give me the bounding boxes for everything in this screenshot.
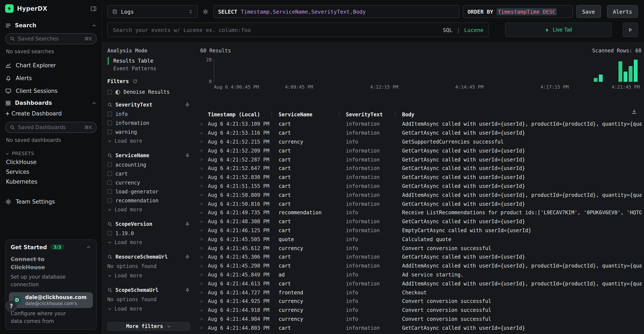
column-separator[interactable]: ⋮ — [393, 112, 398, 118]
create-dashboard-button[interactable]: + Create Dashboard — [5, 108, 97, 119]
checkbox[interactable] — [107, 90, 112, 94]
live-tail-button[interactable]: Live Tail — [505, 22, 612, 37]
orderby-editor[interactable]: ORDER BY TimestampTime DESC — [463, 5, 573, 18]
brand[interactable]: HyperDX — [5, 4, 47, 13]
table-row[interactable]: >Aug 6 4:21:48.308 PMcartinformationGetC… — [200, 217, 642, 226]
table-row[interactable]: >Aug 6 4:21:44.925 PMcurrencyinfoConvert… — [200, 297, 642, 306]
row-expand-icon[interactable]: > — [200, 122, 208, 127]
row-expand-icon[interactable]: > — [200, 272, 208, 278]
filter-option[interactable]: info — [107, 110, 190, 119]
table-row[interactable]: >Aug 6 4:21:45.612 PMcurrencyinfoConvert… — [200, 244, 642, 253]
event-search-box[interactable]: SQL | Lucene — [107, 22, 489, 37]
pin-icon[interactable] — [185, 254, 190, 260]
run-query-button[interactable] — [623, 22, 638, 37]
row-expand-icon[interactable]: > — [200, 139, 208, 145]
help-button[interactable]: ? — [6, 300, 17, 312]
language-lucene-toggle[interactable]: Lucene — [464, 27, 484, 33]
row-expand-icon[interactable]: > — [200, 157, 208, 162]
table-row[interactable]: >Aug 6 4:21:44.727 PMfrontendinfoCheckou… — [200, 288, 642, 297]
checkbox[interactable] — [107, 112, 112, 116]
chevron-up-icon[interactable] — [92, 100, 97, 106]
row-expand-icon[interactable]: > — [200, 263, 208, 268]
histogram-bar[interactable] — [624, 72, 628, 82]
more-filters-button[interactable]: More filters — [107, 322, 190, 331]
mode-event-patterns[interactable]: Event Patterns — [108, 65, 190, 72]
checkbox[interactable] — [107, 162, 112, 167]
row-expand-icon[interactable]: > — [200, 290, 208, 295]
table-row[interactable]: >Aug 6 4:21:46.125 PMcartinformationEmpt… — [200, 226, 642, 235]
filter-option[interactable]: cart — [107, 169, 190, 178]
table-row[interactable]: >Aug 6 4:21:53.116 PMcartinformationGetC… — [200, 129, 642, 138]
presets-toggle[interactable]: PRESETS — [5, 151, 97, 156]
sidebar-item-client-sessions[interactable]: Client Sessions — [5, 84, 97, 97]
checkbox[interactable] — [107, 180, 112, 185]
checkbox[interactable] — [107, 189, 112, 194]
load-more-button[interactable]: Load more — [107, 271, 190, 280]
saved-searches-input[interactable] — [18, 36, 81, 42]
download-icon[interactable] — [631, 109, 637, 114]
filter-option[interactable]: warning — [107, 128, 190, 136]
filter-option[interactable]: currency — [107, 178, 190, 187]
pin-icon[interactable] — [185, 153, 190, 158]
sidebar-collapse-icon[interactable] — [90, 5, 97, 12]
source-select[interactable]: Logs — [107, 5, 198, 18]
row-expand-icon[interactable]: > — [200, 237, 208, 242]
sidebar-item-chart-explorer[interactable]: Chart Explorer — [5, 59, 97, 72]
histogram-bar[interactable] — [629, 66, 632, 82]
column-separator[interactable]: ⋮ — [269, 112, 274, 118]
table-row[interactable]: >Aug 6 4:21:44.713 PMcartinformationGetC… — [200, 332, 642, 334]
sidebar-item-team-settings[interactable]: Team Settings — [5, 195, 97, 208]
row-expand-icon[interactable]: > — [200, 148, 208, 154]
chevron-up-icon[interactable] — [92, 23, 97, 28]
load-more-button[interactable]: Load more — [107, 136, 190, 146]
load-more-button[interactable]: Load more — [107, 238, 190, 247]
table-row[interactable]: >Aug 6 4:21:44.613 PMcartinformationAddI… — [200, 279, 642, 288]
preset-item-kubernetes[interactable]: Kubernetes — [5, 177, 97, 186]
denoise-results-checkbox[interactable]: Denoise Results — [107, 88, 190, 96]
get-started-header[interactable]: Get Started 3/3 — [11, 244, 91, 250]
histogram-bar[interactable] — [618, 61, 622, 82]
get-started-step1[interactable]: Connect to ClickHouse — [11, 256, 58, 272]
table-row[interactable]: >Aug 6 4:21:50.816 PMcartinformationGetC… — [200, 200, 642, 208]
filter-option[interactable]: 1.19.0 — [107, 229, 190, 238]
save-button[interactable]: Save — [576, 5, 601, 18]
histogram-bar[interactable] — [634, 60, 638, 82]
refresh-icon[interactable] — [132, 78, 137, 84]
filter-option[interactable]: load-generator — [107, 187, 190, 196]
table-row[interactable]: >Aug 6 4:21:52.209 PMcartinformationGetC… — [200, 146, 642, 155]
row-expand-icon[interactable]: > — [200, 184, 208, 189]
sidebar-item-alerts[interactable]: Alerts — [5, 72, 97, 84]
row-expand-icon[interactable]: > — [200, 192, 208, 198]
row-expand-icon[interactable]: > — [200, 166, 208, 171]
table-row[interactable]: >Aug 6 4:21:45.505 PMquoteinfoCalculated… — [200, 235, 642, 244]
table-row[interactable]: >Aug 6 4:21:52.647 PMcartinformationGetC… — [200, 164, 642, 173]
filter-option[interactable]: information — [107, 119, 190, 128]
table-row[interactable]: >Aug 6 4:21:44.918 PMcurrencyinfoConvert… — [200, 306, 642, 314]
alerts-button[interactable]: Alerts — [607, 5, 638, 18]
language-sql-toggle[interactable]: SQL — [443, 27, 452, 33]
checkbox[interactable] — [107, 121, 112, 126]
header-severitytext[interactable]: SeverityText⋮ — [346, 112, 402, 118]
table-row[interactable]: >Aug 6 4:21:49.735 PMrecommendationinfoR… — [200, 208, 642, 217]
pin-icon[interactable] — [185, 102, 190, 108]
table-row[interactable]: >Aug 6 4:21:45.298 PMcartinformationAddI… — [200, 262, 642, 270]
row-expand-icon[interactable]: > — [200, 201, 208, 206]
checkbox[interactable] — [107, 172, 112, 176]
mode-results-table[interactable]: Results Table — [108, 57, 190, 65]
histogram-plot[interactable]: 28 0 — [214, 60, 640, 82]
preset-item-services[interactable]: Services — [5, 167, 97, 177]
row-expand-icon[interactable]: > — [200, 174, 208, 180]
table-row[interactable]: >Aug 6 4:21:50.809 PMcartinformationAddI… — [200, 191, 642, 200]
load-more-button[interactable]: Load more — [107, 205, 190, 214]
checkbox[interactable] — [107, 198, 112, 203]
preset-item-clickhouse[interactable]: ClickHouse — [5, 157, 97, 167]
row-expand-icon[interactable]: > — [200, 325, 208, 330]
row-expand-icon[interactable]: > — [200, 228, 208, 233]
chevron-up-icon[interactable] — [86, 245, 91, 250]
pin-icon[interactable] — [185, 222, 190, 227]
event-search-input[interactable] — [113, 27, 438, 33]
row-expand-icon[interactable]: > — [200, 130, 208, 136]
checkbox[interactable] — [107, 231, 112, 236]
row-expand-icon[interactable]: > — [200, 246, 208, 251]
row-expand-icon[interactable]: > — [200, 210, 208, 216]
